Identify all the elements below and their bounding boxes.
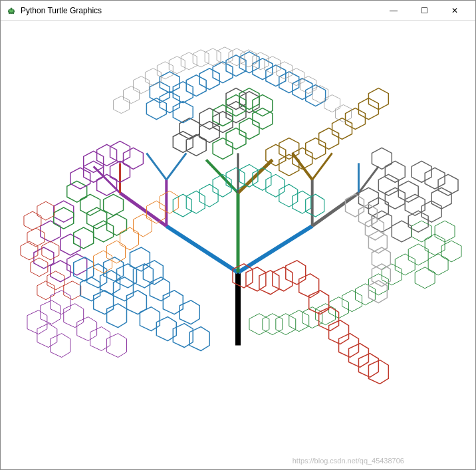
minimize-button[interactable]: — — [378, 1, 409, 21]
svg-point-4 — [8, 11, 9, 12]
window-controls: — ☐ ✕ — [378, 1, 470, 21]
drawing-canvas: https://blog.csdn.net/qq_45438706 https:… — [1, 21, 475, 469]
window-title: Python Turtle Graphics — [21, 6, 378, 15]
svg-point-5 — [13, 11, 15, 12]
svg-point-2 — [9, 12, 10, 13]
svg-point-6 — [11, 7, 13, 10]
turtle-graphics-svg: https://blog.csdn.net/qq_45438706 — [1, 21, 475, 469]
maximize-button[interactable]: ☐ — [409, 1, 439, 21]
app-icon — [6, 5, 17, 16]
titlebar: Python Turtle Graphics — ☐ ✕ — [1, 1, 475, 21]
app-window: Python Turtle Graphics — ☐ ✕ — [0, 0, 476, 470]
svg-point-3 — [13, 12, 14, 13]
close-button[interactable]: ✕ — [439, 1, 470, 21]
watermark-text: https://blog.csdn.net/qq_45438706 — [293, 457, 404, 465]
